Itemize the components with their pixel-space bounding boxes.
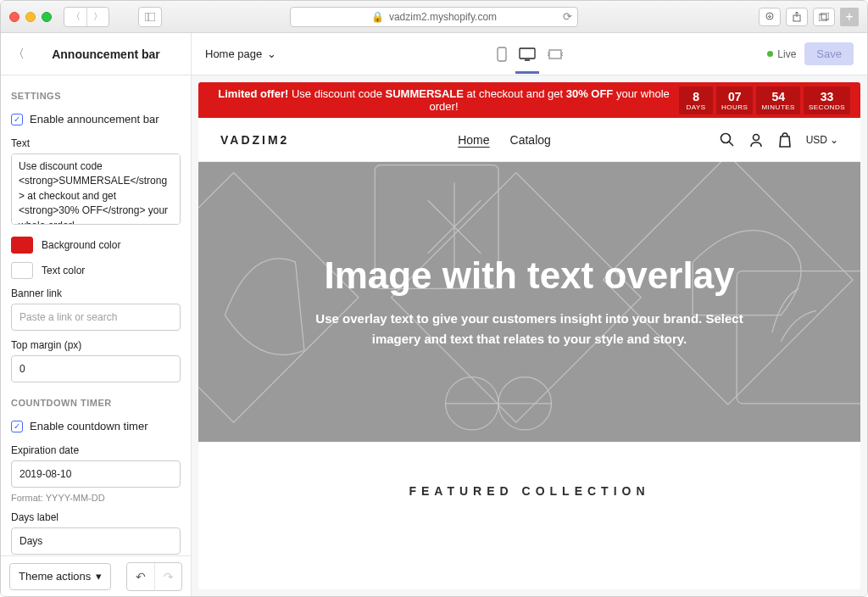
share-icon[interactable] bbox=[786, 8, 808, 26]
breadcrumb-label: Home page bbox=[205, 47, 262, 60]
back-button[interactable]: 〈 bbox=[13, 47, 25, 62]
live-label: Live bbox=[777, 48, 796, 60]
site-header: VADZIM2 Home Catalog USD ⌄ bbox=[198, 118, 860, 162]
page-selector[interactable]: Home page ⌄ bbox=[205, 47, 276, 60]
svg-rect-11 bbox=[549, 50, 561, 59]
countdown-seconds: 33SECONDS bbox=[804, 86, 850, 114]
address-bar[interactable]: 🔒 vadzim2.myshopify.com ⟳ bbox=[290, 7, 578, 27]
currency-selector[interactable]: USD ⌄ bbox=[806, 134, 838, 146]
settings-sidebar: 〈 Announcement bar SETTINGS ✓ Enable ann… bbox=[1, 33, 192, 596]
section-settings-label: SETTINGS bbox=[11, 75, 181, 109]
text-color-swatch[interactable] bbox=[11, 262, 33, 279]
section-countdown-label: COUNTDOWN TIMER bbox=[11, 382, 181, 416]
announce-code: SUMMERSALE bbox=[386, 87, 464, 100]
announce-mid1: Use discount code bbox=[288, 87, 385, 100]
announce-prefix: Limited offer! bbox=[218, 87, 288, 100]
hero-section: Image with text overlay Use overlay text… bbox=[198, 162, 860, 442]
hero-title: Image with text overlay bbox=[324, 254, 734, 297]
new-tab-button[interactable]: + bbox=[840, 8, 859, 26]
countdown-hours: 07HOURS bbox=[716, 86, 753, 114]
expiration-input[interactable] bbox=[11, 460, 181, 488]
svg-point-12 bbox=[721, 133, 730, 142]
live-dot-icon bbox=[767, 51, 773, 57]
browser-titlebar: 〈 〉 🔒 vadzim2.myshopify.com ⟳ + bbox=[1, 1, 867, 33]
undo-button[interactable]: ↶ bbox=[127, 563, 154, 590]
bg-color-swatch[interactable] bbox=[11, 237, 33, 254]
announce-mid2: at checkout and get bbox=[464, 87, 566, 100]
featured-title: FEATURED COLLECTION bbox=[198, 484, 860, 498]
nav-forward-button[interactable]: 〉 bbox=[86, 8, 108, 26]
device-mobile[interactable] bbox=[497, 47, 507, 62]
top-margin-label: Top margin (px) bbox=[11, 331, 181, 355]
lock-icon: 🔒 bbox=[371, 11, 384, 23]
days-label-input[interactable] bbox=[11, 527, 181, 555]
countdown-days: 8DAYS bbox=[679, 86, 713, 114]
device-fullwidth[interactable] bbox=[548, 48, 563, 60]
theme-actions-label: Theme actions bbox=[19, 570, 91, 583]
tabs-icon[interactable] bbox=[813, 8, 835, 26]
brand-logo[interactable]: VADZIM2 bbox=[220, 133, 289, 147]
nav-back-button[interactable]: 〈 bbox=[64, 8, 86, 26]
svg-point-14 bbox=[753, 134, 759, 140]
url-text: vadzim2.myshopify.com bbox=[389, 11, 497, 23]
expiration-label: Expiration date bbox=[11, 436, 181, 460]
download-icon[interactable] bbox=[759, 8, 781, 26]
caret-down-icon: ▾ bbox=[96, 570, 102, 583]
banner-link-label: Banner link bbox=[11, 279, 181, 304]
announcement-text: Limited offer! Use discount code SUMMERS… bbox=[209, 87, 679, 113]
svg-rect-0 bbox=[145, 13, 155, 21]
svg-line-13 bbox=[729, 142, 733, 146]
nav-home[interactable]: Home bbox=[458, 133, 489, 147]
svg-rect-8 bbox=[498, 47, 506, 61]
countdown-minutes: 54MINUTES bbox=[756, 86, 800, 114]
window-zoom[interactable] bbox=[42, 12, 52, 22]
device-desktop[interactable] bbox=[519, 47, 536, 61]
account-icon[interactable] bbox=[748, 132, 764, 148]
svg-rect-15 bbox=[198, 173, 359, 423]
announce-discount: 30% OFF bbox=[566, 87, 614, 100]
enable-countdown-checkbox[interactable]: ✓ bbox=[11, 421, 23, 432]
banner-link-input[interactable] bbox=[11, 304, 181, 331]
text-color-label: Text color bbox=[42, 265, 85, 276]
reload-icon[interactable]: ⟳ bbox=[563, 10, 572, 23]
announcement-text-input[interactable] bbox=[11, 153, 181, 225]
sidebar-toggle-icon[interactable] bbox=[139, 8, 161, 26]
hero-body: Use overlay text to give your customers … bbox=[301, 309, 759, 349]
svg-rect-6 bbox=[819, 14, 826, 21]
featured-section: FEATURED COLLECTION bbox=[198, 442, 860, 540]
live-status: Live bbox=[767, 48, 796, 60]
bg-color-label: Background color bbox=[42, 239, 120, 251]
format-hint: Format: YYYY-MM-DD bbox=[11, 488, 181, 503]
sidebar-title: Announcement bar bbox=[52, 47, 160, 61]
window-minimize[interactable] bbox=[25, 12, 36, 22]
editor-topbar: Home page ⌄ bbox=[192, 33, 867, 75]
window-close[interactable] bbox=[9, 12, 19, 22]
svg-rect-17 bbox=[392, 173, 642, 423]
cart-icon[interactable] bbox=[777, 131, 793, 148]
redo-button[interactable]: ↷ bbox=[154, 563, 181, 590]
countdown-timer: 8DAYS 07HOURS 54MINUTES 33SECONDS bbox=[679, 86, 850, 114]
theme-actions-button[interactable]: Theme actions ▾ bbox=[9, 563, 111, 590]
nav-catalog[interactable]: Catalog bbox=[510, 133, 551, 147]
top-margin-input[interactable] bbox=[11, 355, 181, 382]
announcement-bar: Limited offer! Use discount code SUMMERS… bbox=[198, 82, 860, 118]
svg-rect-9 bbox=[520, 48, 535, 59]
enable-countdown-label: Enable countdown timer bbox=[30, 420, 147, 432]
text-field-label: Text bbox=[11, 129, 181, 153]
search-icon[interactable] bbox=[720, 132, 735, 148]
chevron-down-icon: ⌄ bbox=[267, 47, 276, 60]
save-button[interactable]: Save bbox=[804, 42, 854, 65]
svg-rect-7 bbox=[821, 13, 829, 20]
enable-announcement-checkbox[interactable]: ✓ bbox=[11, 114, 23, 126]
enable-announcement-label: Enable announcement bar bbox=[30, 113, 159, 126]
days-label-label: Days label bbox=[11, 503, 181, 527]
